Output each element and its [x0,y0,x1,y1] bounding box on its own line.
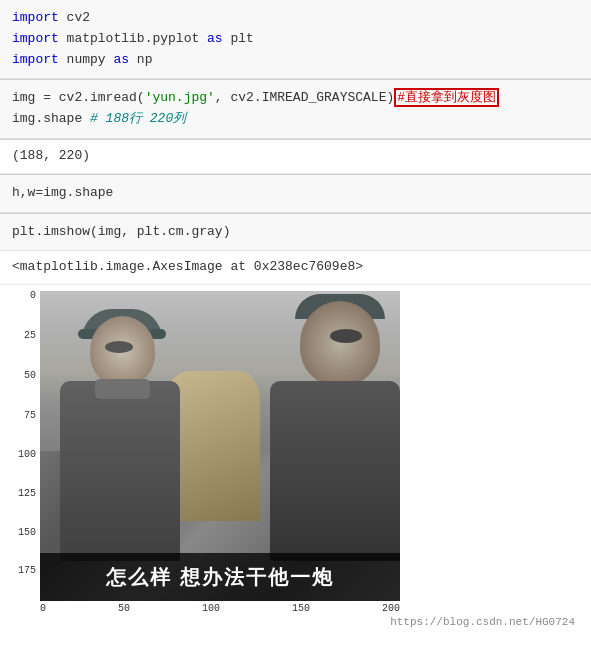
matplotlib-name: matplotlib.pyplot [59,31,207,46]
soldier-right-body [270,381,400,561]
y-label-175: 175 [18,566,36,576]
shape-output-text: (188, 220) [12,148,90,163]
plot-container: 0 25 50 75 100 125 150 175 [0,285,591,634]
chart-xaxis: 怎么样 想办法干他一炮 0 50 100 150 200 [40,291,400,614]
imshow-code: plt.imshow(img, plt.cm.gray) [12,224,230,239]
soldier-right-head [300,301,380,386]
subtitle-text: 怎么样 想办法干他一炮 [106,564,334,591]
y-axis-labels: 0 25 50 75 100 125 150 175 [12,291,40,576]
y-label-125: 125 [18,489,36,499]
imread-block: img = cv2.imread('yun.jpg', cv2.IMREAD_G… [0,80,591,139]
plt-name: plt [223,31,254,46]
imshow-block: plt.imshow(img, plt.cm.gray) [0,214,591,252]
imshow-line: plt.imshow(img, plt.cm.gray) [12,222,579,243]
x-label-100: 100 [202,603,220,614]
subtitle-bar: 怎么样 想办法干他一炮 [40,553,400,601]
axes-image-text: <matplotlib.image.AxesImage at 0x238ec76… [12,259,363,274]
shape-output-block: (188, 220) [0,140,591,174]
hw-shape-block: h,w=img.shape [0,175,591,213]
y-label-150: 150 [18,528,36,538]
imread-comment: #直接拿到灰度图 [397,90,496,105]
np-name: np [129,52,152,67]
x-label-200: 200 [382,603,400,614]
shape-comment: # 188行 220列 [90,111,186,126]
hw-shape-code: h,w=img.shape [12,185,113,200]
imread-call: img = cv2.imread( [12,90,145,105]
img-shape-code: img.shape [12,111,90,126]
watermark: https://blog.csdn.net/HG0724 [12,614,579,630]
y-label-50: 50 [24,371,36,381]
import-cv2-line: import cv2 [12,8,579,29]
as-keyword-2: as [113,52,129,67]
x-label-150: 150 [292,603,310,614]
as-keyword-1: as [207,31,223,46]
import-keyword-1: import [12,10,59,25]
imports-block: import cv2 import matplotlib.pyplot as p… [0,0,591,79]
soldier-left-collar [95,379,150,399]
import-matplotlib-line: import matplotlib.pyplot as plt [12,29,579,50]
soldier-left-body [60,381,180,561]
watermark-text: https://blog.csdn.net/HG0724 [390,616,575,628]
numpy-name: numpy [59,52,114,67]
x-axis-labels: 0 50 100 150 200 [40,601,400,614]
y-label-75: 75 [24,411,36,421]
import-numpy-line: import numpy as np [12,50,579,71]
imread-flag: , cv2.IMREAD_GRAYSCALE) [215,90,394,105]
axes-output-block: <matplotlib.image.AxesImage at 0x238ec76… [0,251,591,285]
x-label-0: 0 [40,603,46,614]
imread-line: img = cv2.imread('yun.jpg', cv2.IMREAD_G… [12,88,579,109]
image-canvas: 怎么样 想办法干他一炮 [40,291,400,601]
cv2-name: cv2 [59,10,90,25]
y-label-25: 25 [24,331,36,341]
y-label-0: 0 [30,291,36,301]
import-keyword-2: import [12,31,59,46]
y-label-100: 100 [18,450,36,460]
import-keyword-3: import [12,52,59,67]
comment-highlight-box: #直接拿到灰度图 [394,88,499,107]
img-shape-line: img.shape # 188行 220列 [12,109,579,130]
plot-area: 0 25 50 75 100 125 150 175 [12,291,579,614]
hw-shape-line: h,w=img.shape [12,183,579,204]
x-label-50: 50 [118,603,130,614]
imread-filename: 'yun.jpg' [145,90,215,105]
